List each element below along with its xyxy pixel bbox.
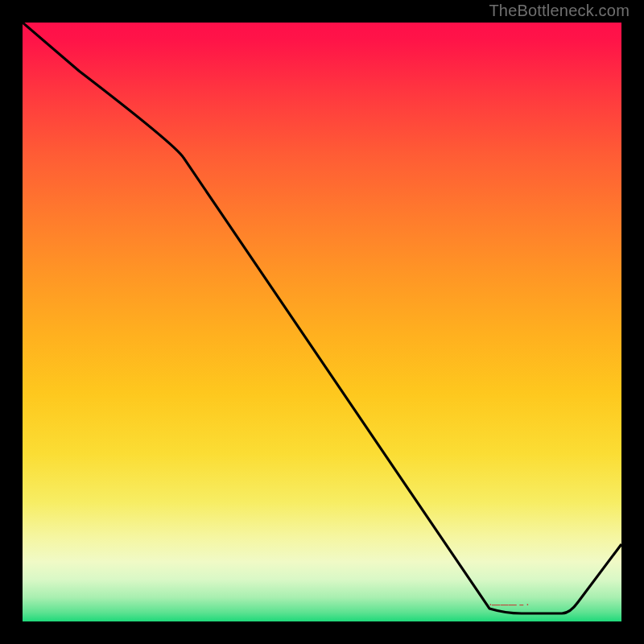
data-line (23, 23, 621, 613)
plot-area: ·——— – · (23, 23, 621, 621)
chart-container: TheBottleneck.com ·——— – · (0, 0, 644, 644)
watermark-text: TheBottleneck.com (489, 2, 630, 20)
line-overlay (23, 23, 621, 621)
trough-annotation: ·——— – · (489, 601, 529, 609)
